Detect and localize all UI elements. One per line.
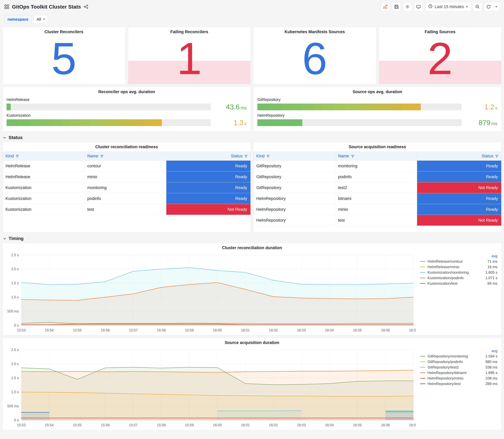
filter-icon[interactable] bbox=[495, 155, 499, 158]
legend-item[interactable]: HelmRelease/minio16 ms bbox=[420, 264, 497, 270]
column-header-status[interactable]: Status bbox=[417, 152, 501, 161]
table-cell: Kustomization bbox=[3, 204, 85, 215]
legend-item[interactable]: HelmRepository/bitnami1.695 s bbox=[420, 370, 497, 376]
zoom-out-button[interactable] bbox=[473, 2, 482, 11]
table-row: HelmRepositorybitnamiReady bbox=[254, 193, 501, 204]
panel-title[interactable]: Cluster reconciliation duration bbox=[3, 243, 501, 253]
table-cell: bitnami bbox=[335, 193, 417, 204]
status-badge: Not Ready bbox=[417, 182, 501, 193]
series-name[interactable]: Kustomization/podinfo bbox=[428, 276, 480, 280]
panel-title[interactable]: Source ops avg. duration bbox=[253, 87, 501, 97]
readiness-table: KindNameStatusHelmReleasecontourReadyHel… bbox=[3, 152, 251, 215]
legend-item[interactable]: GitRepository/podinfo980 ms bbox=[420, 359, 497, 365]
share-icon[interactable] bbox=[84, 4, 88, 9]
bar-gauge-value: 43.6ms bbox=[215, 103, 247, 111]
legend-item[interactable]: HelmRelease/contour71 ms bbox=[420, 259, 497, 264]
svg-text:16:01: 16:01 bbox=[241, 328, 250, 332]
svg-text:15:57: 15:57 bbox=[129, 423, 138, 427]
table-cell: minio bbox=[335, 204, 417, 215]
series-name[interactable]: HelmRepository/bitnami bbox=[428, 371, 480, 375]
stat-value: 6 bbox=[253, 36, 376, 81]
series-name[interactable]: GitRepository/podinfo bbox=[428, 360, 480, 364]
legend-item[interactable]: Kustomization/test84 ms bbox=[420, 281, 497, 286]
column-header-kind[interactable]: Kind bbox=[3, 152, 85, 161]
table-row: HelmRepositorytestNot Ready bbox=[254, 215, 501, 226]
namespace-filter-select[interactable]: All ▾ bbox=[34, 15, 48, 24]
panel-title[interactable]: Cluster reconciliation readiness bbox=[3, 142, 251, 152]
series-name[interactable]: Kustomization/monitoring bbox=[428, 270, 480, 275]
status-cell: Ready bbox=[166, 171, 251, 182]
add-panel-button[interactable] bbox=[381, 2, 390, 11]
tv-mode-button[interactable] bbox=[414, 2, 423, 11]
series-name[interactable]: GitRepository/test2 bbox=[428, 365, 480, 369]
table-cell: test bbox=[335, 215, 417, 226]
column-header-kind[interactable]: Kind bbox=[254, 152, 335, 161]
filter-icon[interactable] bbox=[351, 155, 354, 158]
filter-icon[interactable] bbox=[244, 155, 248, 158]
bar-gauge-track bbox=[257, 104, 462, 110]
table-cell: monitoring bbox=[335, 161, 417, 171]
status-badge: Ready bbox=[417, 204, 501, 215]
status-badge: Ready bbox=[166, 171, 250, 182]
filter-icon[interactable] bbox=[100, 155, 104, 158]
namespace-filter-label[interactable]: namespace bbox=[4, 15, 32, 24]
section-row-status[interactable]: Status bbox=[3, 135, 501, 140]
chevron-down-icon bbox=[3, 237, 6, 240]
status-badge: Ready bbox=[166, 182, 250, 193]
timeseries-canvas[interactable]: 15:5315:5415:5515:5615:5715:5815:5916:00… bbox=[4, 253, 416, 334]
stat-value: 5 bbox=[3, 36, 125, 81]
legend-item[interactable]: HelmRepository/test289 ms bbox=[420, 381, 497, 387]
panel-title[interactable]: Reconciler ops avg. duration bbox=[3, 87, 251, 97]
svg-text:16:00: 16:00 bbox=[213, 423, 222, 427]
status-badge: Not Ready bbox=[417, 215, 501, 226]
filter-icon[interactable] bbox=[16, 155, 19, 158]
svg-text:15:53: 15:53 bbox=[17, 423, 26, 427]
time-range-picker[interactable]: Last 15 minutes ▾ bbox=[425, 2, 471, 11]
series-name[interactable]: HelmRepository/minio bbox=[428, 376, 480, 380]
grid-layout-icon[interactable] bbox=[4, 4, 9, 9]
section-row-timing[interactable]: Timing bbox=[3, 236, 501, 241]
panel-title[interactable]: Source acquisition readiness bbox=[253, 142, 501, 152]
legend-item[interactable]: GitRepository/test2338 ms bbox=[420, 365, 497, 370]
bar-gauge-track bbox=[257, 119, 462, 126]
column-header-name[interactable]: Name bbox=[335, 152, 417, 161]
series-color-dash bbox=[420, 378, 425, 378]
dashboard-settings-button[interactable] bbox=[403, 2, 412, 11]
timeseries-plot[interactable]: 15:5315:5415:5515:5615:5715:5815:5916:00… bbox=[4, 253, 416, 334]
column-header-name[interactable]: Name bbox=[85, 152, 166, 161]
status-cell: Ready bbox=[417, 171, 501, 182]
chevron-down-icon: ▾ bbox=[495, 5, 497, 9]
timeseries-canvas[interactable]: 15:5315:5415:5515:5615:5715:5815:5916:00… bbox=[4, 347, 416, 428]
column-header-status[interactable]: Status bbox=[166, 152, 251, 161]
svg-text:15:59: 15:59 bbox=[185, 423, 194, 427]
refresh-button[interactable] bbox=[484, 2, 493, 11]
table-row: GitRepositorymonitoringReady bbox=[254, 161, 501, 171]
legend-item[interactable]: Kustomization/podinfo1.071 s bbox=[420, 275, 497, 281]
panel-source-ops-duration: Source ops avg. duration GitRepository 1… bbox=[253, 87, 502, 132]
series-name[interactable]: Kustomization/test bbox=[428, 281, 480, 286]
panel-title[interactable]: Source acquisition duration bbox=[3, 338, 501, 347]
series-name[interactable]: HelmRepository/test bbox=[428, 382, 480, 386]
svg-text:16:06: 16:06 bbox=[381, 423, 390, 427]
dashboard-toolbar: GitOps Toolkit Cluster Stats Last 15 min… bbox=[0, 0, 504, 13]
legend-avg-header[interactable]: avg bbox=[420, 254, 497, 259]
timeseries-plot[interactable]: 15:5315:5415:5515:5615:5715:5815:5916:00… bbox=[4, 347, 416, 428]
series-name[interactable]: GitRepository/monitoring bbox=[428, 354, 480, 358]
save-dashboard-button[interactable] bbox=[392, 2, 401, 11]
legend-avg-header[interactable]: avg bbox=[420, 348, 497, 354]
series-name[interactable]: HelmRelease/minio bbox=[428, 265, 480, 269]
svg-text:15:58: 15:58 bbox=[157, 423, 166, 427]
filter-icon[interactable] bbox=[266, 155, 270, 158]
refresh-interval-button[interactable]: ▾ bbox=[493, 2, 500, 11]
svg-text:16:04: 16:04 bbox=[325, 423, 334, 427]
refresh-button-group: ▾ bbox=[484, 2, 500, 11]
time-range-label: Last 15 minutes bbox=[435, 4, 464, 9]
section-title: Timing bbox=[9, 236, 24, 241]
legend-item[interactable]: HelmRepository/minio108 ms bbox=[420, 376, 497, 381]
bar-gauge-row: Kustomization 1.3s bbox=[7, 113, 247, 127]
legend-item[interactable]: Kustomization/monitoring1.605 s bbox=[420, 270, 497, 275]
chevron-down-icon: ▾ bbox=[43, 17, 45, 21]
series-color-dash bbox=[420, 367, 425, 367]
series-name[interactable]: HelmRelease/contour bbox=[428, 259, 480, 264]
legend-item[interactable]: GitRepository/monitoring1.594 s bbox=[420, 354, 497, 359]
